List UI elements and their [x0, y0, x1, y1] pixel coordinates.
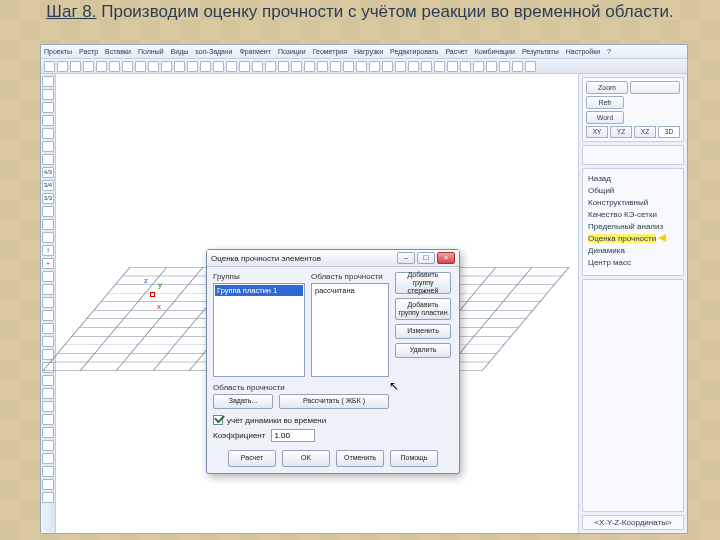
toolbar-icon[interactable]	[278, 61, 289, 72]
dialog-calc-button[interactable]: Расчет	[228, 450, 276, 467]
toolbar-icon[interactable]	[122, 61, 133, 72]
mode-item[interactable]: Предельный анализ	[588, 221, 678, 233]
tool-icon[interactable]	[42, 284, 54, 295]
toolbar-icon[interactable]	[265, 61, 276, 72]
menu-item[interactable]: Проекты	[44, 48, 72, 55]
dialog-help-button[interactable]: Помощь	[390, 450, 438, 467]
tool-icon[interactable]	[42, 336, 54, 347]
calc-button[interactable]: Рассчитать ( ЖБК )	[279, 394, 389, 409]
tool-icon[interactable]	[42, 297, 54, 308]
refresh-button[interactable]: Refr	[586, 96, 624, 109]
toolbar-icon[interactable]	[369, 61, 380, 72]
tool-icon[interactable]	[42, 141, 54, 152]
toolbar-icon[interactable]	[330, 61, 341, 72]
zoom-button[interactable]: Zoom	[586, 81, 628, 94]
menu-item[interactable]: Комбинации	[475, 48, 515, 55]
toolbar-icon[interactable]	[187, 61, 198, 72]
toolbar-icon[interactable]	[421, 61, 432, 72]
mode-item[interactable]: Качество КЭ-сетки	[588, 209, 678, 221]
mode-item[interactable]: Общий	[588, 185, 678, 197]
toolbar-icon[interactable]	[486, 61, 497, 72]
tool-icon[interactable]: 3/3	[42, 193, 54, 204]
toolbar-icon[interactable]	[252, 61, 263, 72]
group-item-selected[interactable]: Группа пластин 1	[215, 285, 303, 296]
tool-icon[interactable]	[42, 89, 54, 100]
menu-item[interactable]: Настройки	[566, 48, 600, 55]
toolbar-icon[interactable]	[174, 61, 185, 72]
tool-icon[interactable]	[42, 492, 54, 503]
menu-item[interactable]: Расчет	[445, 48, 467, 55]
toolbar-icon[interactable]	[395, 61, 406, 72]
toolbar-icon[interactable]	[343, 61, 354, 72]
word-button[interactable]: Word	[586, 111, 624, 124]
tool-icon[interactable]	[42, 232, 54, 243]
tool-icon[interactable]	[42, 375, 54, 386]
view-yz-tab[interactable]: YZ	[610, 126, 632, 138]
toolbar-icon[interactable]	[135, 61, 146, 72]
tool-icon[interactable]	[42, 76, 54, 87]
toolbar-icon[interactable]	[447, 61, 458, 72]
mode-item[interactable]: Центр масс	[588, 257, 678, 269]
menu-item[interactable]: son-Задачи	[195, 48, 232, 55]
dialog-ok-button[interactable]: OK	[282, 450, 330, 467]
tool-icon[interactable]: +	[42, 258, 54, 269]
toolbar-icon[interactable]	[408, 61, 419, 72]
add-plates-button[interactable]: Добавить группу пластин	[395, 298, 451, 320]
menu-item[interactable]: Геометрия	[313, 48, 347, 55]
viewport[interactable]: z y x Оценка прочности элементов – □ ×	[56, 74, 579, 533]
tool-icon[interactable]	[42, 310, 54, 321]
minimize-button[interactable]: –	[397, 252, 415, 264]
tool-icon[interactable]	[42, 453, 54, 464]
dynamics-checkbox[interactable]: учет динамики во времени	[213, 415, 453, 425]
toolbar-icon[interactable]	[70, 61, 81, 72]
view-xy-tab[interactable]: XY	[586, 126, 608, 138]
coefficient-input[interactable]	[271, 429, 315, 442]
toolbar-icon[interactable]	[291, 61, 302, 72]
menu-item[interactable]: Позиции	[278, 48, 306, 55]
delete-button[interactable]: Удалить	[395, 343, 451, 358]
tool-icon[interactable]	[42, 271, 54, 282]
menu-item[interactable]: Виды	[171, 48, 189, 55]
tool-icon[interactable]	[42, 440, 54, 451]
mode-item[interactable]: Назад	[588, 173, 678, 185]
toolbar-icon[interactable]	[304, 61, 315, 72]
mode-item[interactable]: Конструктивный	[588, 197, 678, 209]
menu-item[interactable]: Растр	[79, 48, 98, 55]
menu-item[interactable]: ?	[607, 48, 611, 55]
toolbar-icon[interactable]	[226, 61, 237, 72]
tool-icon[interactable]	[42, 102, 54, 113]
tool-icon[interactable]	[42, 414, 54, 425]
maximize-button[interactable]: □	[417, 252, 435, 264]
dialog-cancel-button[interactable]: Отменить	[336, 450, 384, 467]
add-bars-button[interactable]: Добавить группу стержней	[395, 272, 451, 294]
toolbar-icon[interactable]	[512, 61, 523, 72]
toolbar-icon[interactable]	[148, 61, 159, 72]
toolbar-icon[interactable]	[525, 61, 536, 72]
tool-icon[interactable]	[42, 466, 54, 477]
menu-item[interactable]: Полный	[138, 48, 164, 55]
view-3d-tab[interactable]: 3D	[658, 126, 680, 138]
close-button[interactable]: ×	[437, 252, 455, 264]
toolbar-icon[interactable]	[109, 61, 120, 72]
toolbar-icon[interactable]	[499, 61, 510, 72]
toolbar-icon[interactable]	[317, 61, 328, 72]
tool-icon[interactable]	[42, 479, 54, 490]
toolbar-icon[interactable]	[57, 61, 68, 72]
mode-item-active[interactable]: Оценка прочности	[588, 233, 678, 245]
toolbar-icon[interactable]	[213, 61, 224, 72]
toolbar-icon[interactable]	[382, 61, 393, 72]
area-item[interactable]: рассчитана	[313, 285, 387, 296]
area-listbox[interactable]: рассчитана	[311, 283, 389, 377]
menu-item[interactable]: Результаты	[522, 48, 559, 55]
menu-item[interactable]: Редактировать	[390, 48, 438, 55]
view-xz-tab[interactable]: XZ	[634, 126, 656, 138]
tool-icon[interactable]	[42, 388, 54, 399]
toolbar-icon[interactable]	[356, 61, 367, 72]
tool-icon[interactable]	[42, 323, 54, 334]
tool-icon[interactable]: 4/3	[42, 167, 54, 178]
toolbar-icon[interactable]	[434, 61, 445, 72]
menu-item[interactable]: Нагрузки	[354, 48, 383, 55]
tool-icon[interactable]	[42, 401, 54, 412]
toolbar-icon[interactable]	[239, 61, 250, 72]
tool-icon[interactable]	[42, 206, 54, 217]
